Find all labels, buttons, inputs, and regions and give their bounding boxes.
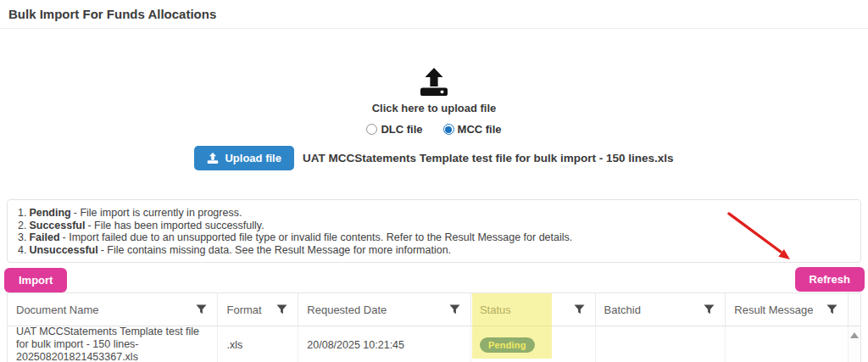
column-header-batchid[interactable]: Batchid <box>596 293 726 326</box>
upload-section: Click here to upload file DLC file MCC f… <box>0 68 868 170</box>
radio-dlc-label: DLC file <box>381 123 422 136</box>
legend-term: Pending <box>29 207 70 219</box>
filter-icon[interactable] <box>448 303 462 316</box>
upload-button-icon <box>207 153 219 164</box>
legend-number: 1. <box>18 207 26 219</box>
column-label: Batchid <box>604 304 641 316</box>
legend-number: 2. <box>18 220 26 231</box>
upload-row: Upload file UAT MCCStatements Template t… <box>194 146 673 170</box>
legend-number: 3. <box>18 231 26 243</box>
upload-button-label: Upload file <box>225 152 281 164</box>
status-badge: Pending <box>480 337 535 353</box>
filter-icon[interactable] <box>702 303 716 316</box>
column-header-document-name[interactable]: Document Name <box>8 293 218 326</box>
scrollbar-header-spacer <box>849 293 860 326</box>
filter-icon[interactable] <box>194 303 209 316</box>
column-label: Format <box>226 304 261 316</box>
cell-document-name: UAT MCCStatements Template test file for… <box>8 326 218 362</box>
legend-item-pending: 1.Pending- File import is currently in p… <box>18 207 850 220</box>
legend-number: 4. <box>18 244 26 256</box>
cell-result-message <box>726 326 849 362</box>
column-header-requested-date[interactable]: Requested Date <box>298 293 471 326</box>
column-label: Status <box>480 304 511 316</box>
column-label: Document Name <box>16 304 99 316</box>
radio-dlc-file[interactable]: DLC file <box>366 123 422 136</box>
upload-icon[interactable] <box>419 68 449 96</box>
legend-term: Successful <box>29 220 85 231</box>
cell-format: .xls <box>218 326 298 362</box>
column-label: Result Message <box>734 304 813 316</box>
cell-requested-date: 20/08/2025 10:21:45 <box>298 326 471 362</box>
column-header-format[interactable]: Format <box>218 293 298 326</box>
radio-selected-icon[interactable] <box>443 124 454 135</box>
legend-desc: - File contains missing data. See the Re… <box>101 244 451 256</box>
legend-term: Failed <box>29 231 59 243</box>
radio-mcc-file[interactable]: MCC file <box>443 123 502 136</box>
cell-status: Pending <box>471 326 596 362</box>
selected-file-name: UAT MCCStatements Template test file for… <box>303 152 674 164</box>
legend-desc: - File import is currently in progress. <box>74 207 242 219</box>
table-row[interactable]: UAT MCCStatements Template test file for… <box>8 326 860 362</box>
upload-click-text[interactable]: Click here to upload file <box>372 102 497 114</box>
legend-desc: - File has been imported successfully. <box>87 220 264 231</box>
refresh-button[interactable]: Refresh <box>795 267 865 292</box>
table-scrollbar[interactable] <box>849 326 860 362</box>
filter-icon[interactable] <box>275 303 289 316</box>
file-type-radio-group: DLC file MCC file <box>366 123 501 136</box>
filter-icon[interactable] <box>825 303 839 316</box>
legend-item-unsuccessful: 4.Unsuccessful- File contains missing da… <box>18 244 850 257</box>
upload-file-button[interactable]: Upload file <box>194 146 293 170</box>
filter-icon[interactable] <box>572 303 587 316</box>
legend-item-successful: 2.Successful- File has been imported suc… <box>18 220 850 232</box>
legend-term: Unsuccessful <box>29 244 97 256</box>
page-header: Bulk Import For Funds Allocations <box>0 0 868 29</box>
column-label: Requested Date <box>307 304 387 316</box>
column-header-status[interactable]: Status <box>471 293 596 326</box>
legend-desc: - Import failed due to an unsupported fi… <box>63 231 573 243</box>
scroll-up-icon[interactable] <box>850 332 859 338</box>
import-button[interactable]: Import <box>4 268 67 292</box>
column-header-result-message[interactable]: Result Message <box>726 293 849 326</box>
page-title: Bulk Import For Funds Allocations <box>8 7 860 21</box>
legend-item-failed: 3.Failed- Import failed due to an unsupp… <box>18 231 850 244</box>
radio-unselected-icon[interactable] <box>366 124 377 135</box>
cell-batchid <box>596 326 726 362</box>
table-header-row: Document Name Format Requested Date Stat… <box>8 293 860 326</box>
results-table: Document Name Format Requested Date Stat… <box>7 292 861 362</box>
status-legend-box: 1.Pending- File import is currently in p… <box>7 199 861 263</box>
radio-mcc-label: MCC file <box>458 123 502 136</box>
